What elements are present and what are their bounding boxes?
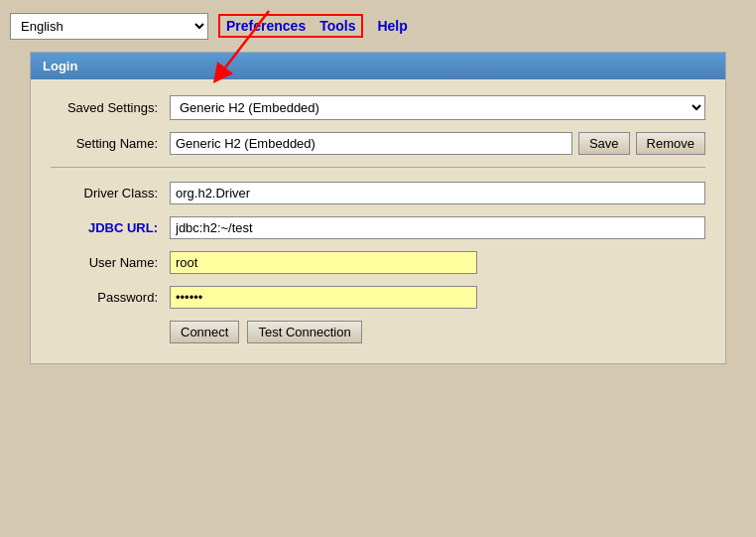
language-select[interactable]: English German French — [10, 13, 208, 40]
username-row: User Name: — [51, 251, 705, 274]
preferences-tools-box: Preferences Tools — [218, 14, 363, 38]
menu-tools[interactable]: Tools — [319, 18, 355, 34]
setting-name-row: Setting Name: Save Remove — [51, 132, 705, 155]
password-label: Password: — [51, 290, 170, 305]
jdbc-url-label: JDBC URL: — [51, 220, 170, 235]
driver-class-label: Driver Class: — [51, 186, 170, 201]
saved-settings-row: Saved Settings: Generic H2 (Embedded) — [51, 95, 705, 120]
driver-class-input[interactable] — [170, 182, 705, 204]
action-buttons: Connect Test Connection — [170, 321, 705, 343]
saved-settings-label: Saved Settings: — [51, 100, 170, 115]
menu-help[interactable]: Help — [377, 18, 407, 34]
divider — [51, 167, 705, 168]
login-panel: Login Saved Settings: Generic H2 (Embedd… — [30, 52, 726, 364]
password-input[interactable] — [170, 286, 477, 309]
setting-name-input[interactable] — [170, 132, 572, 155]
panel-header: Login — [31, 53, 725, 79]
panel-title: Login — [43, 59, 77, 73]
remove-button[interactable]: Remove — [636, 132, 705, 155]
setting-name-label: Setting Name: — [51, 136, 170, 151]
jdbc-url-row: JDBC URL: — [51, 216, 705, 239]
password-row: Password: — [51, 286, 705, 309]
connect-button[interactable]: Connect — [170, 321, 239, 343]
save-button[interactable]: Save — [578, 132, 630, 155]
panel-body: Saved Settings: Generic H2 (Embedded) Se… — [31, 79, 725, 363]
menu-preferences[interactable]: Preferences — [226, 18, 306, 34]
menu-bar: Preferences Tools Help — [218, 14, 408, 38]
test-connection-button[interactable]: Test Connection — [247, 321, 361, 343]
jdbc-url-input[interactable] — [170, 216, 705, 239]
top-bar: English German French Preferences Tools … — [0, 0, 756, 52]
driver-class-row: Driver Class: — [51, 182, 705, 204]
saved-settings-select[interactable]: Generic H2 (Embedded) — [170, 95, 705, 120]
username-input[interactable] — [170, 251, 477, 274]
username-label: User Name: — [51, 255, 170, 270]
